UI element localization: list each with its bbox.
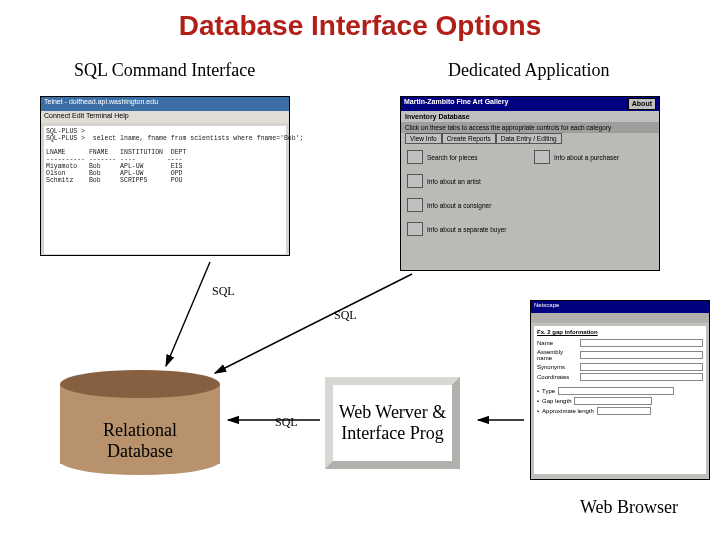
- web-browser-window: Netscape Fx. 2 gap information Name Asse…: [530, 300, 710, 480]
- purchaser-icon[interactable]: [534, 150, 550, 164]
- db-label: RelationalDatabase: [60, 420, 220, 461]
- app-row-label: Info about a purchaser: [554, 154, 619, 161]
- check-label: Gap length: [542, 398, 571, 404]
- text-input[interactable]: [574, 397, 652, 405]
- text-input[interactable]: [580, 351, 703, 359]
- page-title: Database Interface Options: [0, 10, 720, 42]
- field-coords: Coordinates: [537, 373, 703, 381]
- sql-terminal-body: SQL-PLUS >SQL-PLUS > select lname, fname…: [44, 126, 286, 254]
- sql-label-c: SQL: [275, 415, 298, 430]
- browser-toolbar: [531, 313, 709, 323]
- app-row-search: Search for pieces: [407, 150, 526, 164]
- text-input[interactable]: [580, 339, 703, 347]
- check-approx: • Approximate length: [537, 407, 703, 415]
- label-sql-command-interface: SQL Command Interface: [74, 60, 255, 81]
- field-name: Name: [537, 339, 703, 347]
- app-row-consigner: [534, 174, 653, 188]
- sql-label-b: SQL: [334, 308, 357, 323]
- tab-data-entry[interactable]: Data Entry / Editing: [496, 133, 562, 144]
- sql-terminal-menubar: Connect Edit Terminal Help: [41, 111, 289, 123]
- field-synonyms: Synonyms: [537, 363, 703, 371]
- field-label: Synonyms: [537, 364, 577, 370]
- text-input[interactable]: [597, 407, 651, 415]
- artist-icon[interactable]: [407, 174, 423, 188]
- text-input[interactable]: [558, 387, 674, 395]
- check-gaplen: • Gap length: [537, 397, 703, 405]
- web-server-box: Web Werver & Interface Prog: [325, 377, 460, 469]
- sql-label-a: SQL: [212, 284, 235, 299]
- sql-terminal-titlebar: Telnet - dolfhead.apl.washington.edu: [41, 97, 289, 111]
- sql-terminal-window: Telnet - dolfhead.apl.washington.edu Con…: [40, 96, 290, 256]
- app-row-consigner2: Info about a consigner: [407, 198, 526, 212]
- app-titlebar: Martin-Zambito Fine Art Gallery About: [401, 97, 659, 111]
- check-type: • Type: [537, 387, 703, 395]
- app-body: Search for pieces Info about a purchaser…: [401, 144, 659, 242]
- relational-database-cylinder: RelationalDatabase: [60, 370, 220, 475]
- browser-titlebar: Netscape: [531, 301, 709, 313]
- label-dedicated-application: Dedicated Application: [448, 60, 609, 81]
- check-label: Type: [542, 388, 555, 394]
- app-row-label: Info about an artist: [427, 178, 481, 185]
- app-hint: Click on these tabs to access the approp…: [401, 122, 659, 133]
- app-row-blank: [534, 198, 653, 212]
- dedicated-app-window: Martin-Zambito Fine Art Gallery About In…: [400, 96, 660, 271]
- web-server-label: Web Werver & Interface Prog: [333, 402, 452, 443]
- consigner-icon[interactable]: [407, 198, 423, 212]
- check-label: Approximate length: [542, 408, 594, 414]
- app-row-purchaser: Info about a purchaser: [534, 150, 653, 164]
- tab-create-reports[interactable]: Create Reports: [442, 133, 496, 144]
- field-label: Coordinates: [537, 374, 577, 380]
- tab-view-info[interactable]: View Info: [405, 133, 442, 144]
- app-tabs: View Info Create Reports Data Entry / Ed…: [401, 133, 659, 144]
- app-row-label: Info about a separate buyer: [427, 226, 507, 233]
- app-row-label: Info about a consigner: [427, 202, 491, 209]
- field-label: Assembly name: [537, 349, 577, 361]
- search-icon[interactable]: [407, 150, 423, 164]
- arrow-app-to-db: [215, 274, 412, 373]
- text-input[interactable]: [580, 373, 703, 381]
- browser-heading: Fx. 2 gap information: [537, 329, 703, 335]
- field-label: Name: [537, 340, 577, 346]
- text-input[interactable]: [580, 363, 703, 371]
- label-web-browser: Web Browser: [580, 497, 678, 518]
- browser-content: Fx. 2 gap information Name Assembly name…: [534, 326, 706, 474]
- field-assembly: Assembly name: [537, 349, 703, 361]
- app-subtitle: Inventory Database: [401, 111, 659, 122]
- app-title-text: Martin-Zambito Fine Art Gallery: [404, 98, 508, 110]
- app-row-artist: Info about an artist: [407, 174, 526, 188]
- arrow-terminal-to-db: [166, 262, 210, 366]
- buyer-icon[interactable]: [407, 222, 423, 236]
- app-row-buyer: Info about a separate buyer: [407, 222, 526, 236]
- about-button[interactable]: About: [628, 98, 656, 110]
- app-row-label: Search for pieces: [427, 154, 478, 161]
